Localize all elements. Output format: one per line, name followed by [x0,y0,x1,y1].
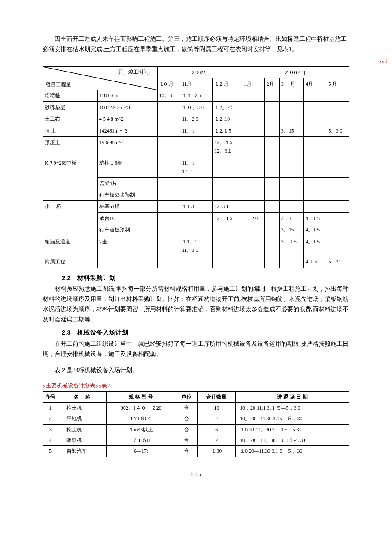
cell [242,236,264,256]
cell: 3 [43,424,58,435]
cell [265,236,279,256]
row-name: 预压土 [43,137,98,157]
cell: 4。1 5 [304,224,326,236]
cell [157,256,180,268]
table-row: 3挖土机１m^3以上台6１0.20-11。30 3．１5－5.31 [43,424,349,435]
row-qty: 2座 [97,236,157,256]
table-row: K７9+269中桥桩柱１6根11。1 1 1 .3 [43,157,349,177]
cell [326,90,349,101]
cell [265,212,279,224]
cell [213,177,242,189]
row-name: 箱涵及通道 [43,236,98,256]
month-header: 2月 [265,78,279,90]
intro-paragraph: 因全面开工造成人来车往而影响工程施工。第三，施工顺序必须与特定环境相结合。比如桥… [43,34,349,55]
cell [279,137,303,157]
cell: １m^3以上 [106,424,176,435]
cell: 10．20-11.1 3. 1 ５—5．3 0 [236,402,349,413]
cell: 3。15 [279,224,303,236]
cell [242,177,264,189]
cell: １1。1 11。3 0 [180,236,212,256]
cell [213,90,242,101]
t2-header: 规 格 型 号 [106,392,176,402]
row-qty: 桩柱１6根 [97,157,157,177]
cell: 3．1 [279,212,303,224]
row-qty: 行车板33块预制 [97,189,157,200]
cell [279,113,303,125]
month-header: 1月 [242,78,264,90]
cell: 2 [198,413,236,424]
row-name: 砂砾垫层 [43,101,98,113]
diagonal-header: 开、竣工时间 项目工程量 [43,66,158,90]
table-1: 开、竣工时间 项目工程量 ２002年 ２０0４年 １0 月11月１2 月1月2月… [43,66,349,268]
cell [279,177,303,189]
cell: 10。28—11。30 3. 1５-4. 3 0 [236,435,349,445]
cell [242,256,264,268]
cell: １2 .10 [213,113,242,125]
cell: 平地机 [58,413,107,424]
cell: 5。3 0 [326,125,349,136]
page-number: 2 / 5 [43,470,349,479]
cell [326,212,349,224]
cell: 3。15 [279,125,303,136]
month-header: 4月 [304,78,326,90]
cell [326,224,349,236]
cell: 802、1４０、２20 [106,402,176,413]
year-2004: ２０0４年 [242,66,349,78]
cell: PY1６0A [106,413,176,424]
cell [304,201,326,212]
cell [213,256,242,268]
paragraph-2-2: 材料员应熟悉施工图纸,掌握每一部分所需材料规格和用量，参与施工计划的编制，根据工… [43,284,349,324]
cell [304,137,326,157]
cell: １2。2 5 [213,101,242,113]
cell [326,113,349,125]
cell [279,157,303,177]
cell [242,90,264,101]
cell [157,137,180,157]
cell: 挖土机 [58,424,107,435]
cell: 11。2 0 [180,113,212,125]
cell [213,236,242,256]
cell [265,113,279,125]
cell [326,201,349,212]
cell: １1 .1 [180,201,212,212]
cell [265,256,279,268]
cell [157,101,180,113]
cell: １30 [198,446,236,457]
table-row: 附属工程4. 1 55．31 [43,256,349,268]
t2-header: 名 称 [58,392,107,402]
t2-header: 序号 [43,392,58,402]
cell [180,177,212,189]
t2-header: 合计数量 [198,392,236,402]
cell [326,137,349,157]
cell [279,90,303,101]
cell [180,256,212,268]
cell: 装载机 [58,435,107,445]
month-header: １2 月 [213,78,242,90]
cell [242,137,264,157]
cell [279,101,303,113]
cell: 自卸汽车 [58,446,107,457]
table-row: 土工布4 5 4 8 m^211。2 0１2 .10 [43,113,349,125]
cell: 6 [198,424,236,435]
month-header: 5 月 [326,78,349,90]
month-header: 11月 [180,78,212,90]
row-qty: 承台18 [97,212,157,224]
cell: １０。3 0 [180,101,212,113]
table2-caption: ﻩ主要机械设备计划表ﻩﻩ表2 [43,381,349,390]
row-qty [97,256,157,268]
cell: 4 [43,435,58,445]
cell [304,157,326,177]
cell [326,236,349,256]
paragraph-2-3a: 在开工前的施工组织设计当中，就已经安排好了每一道工序所用的机械设备及设备运用的期… [43,339,349,359]
cell [265,177,279,189]
table1-label: 表1 [43,56,392,66]
cell: Ｚ L５0 [106,435,176,445]
cell: 12. 3 1 [213,201,242,212]
cell [180,212,212,224]
cell: 5 [43,446,58,457]
cell [265,201,279,212]
cell [279,189,303,200]
row-qty: 19 6 98m^3 [97,137,157,157]
cell: 推土机 [58,402,107,413]
cell [265,157,279,177]
